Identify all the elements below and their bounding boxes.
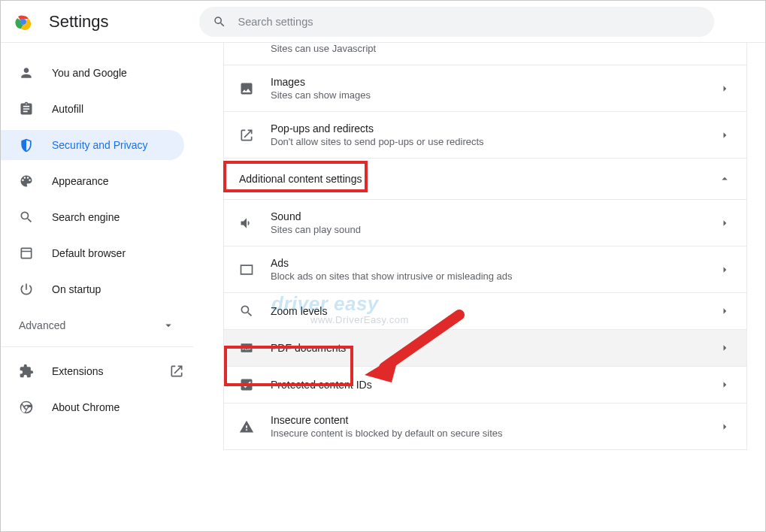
- row-subtitle: Sites can play sound: [271, 224, 718, 235]
- sound-row[interactable]: Sound Sites can play sound: [224, 199, 746, 246]
- row-subtitle: Sites can show images: [271, 89, 718, 101]
- section-title: Additional content settings: [239, 173, 718, 185]
- row-title: Protected content IDs: [271, 379, 718, 391]
- chrome-logo-icon: [14, 13, 32, 31]
- sidebar-item-extensions[interactable]: Extensions: [1, 356, 184, 386]
- sound-icon: [239, 216, 254, 231]
- row-title: Images: [271, 76, 718, 88]
- search-icon: [19, 210, 34, 225]
- shield-icon: [19, 138, 34, 153]
- row-subtitle: Block ads on sites that show intrusive o…: [271, 271, 718, 282]
- additional-content-settings-header[interactable]: Additional content settings: [224, 158, 746, 199]
- pdf-documents-row[interactable]: PDF PDF documents: [224, 329, 746, 366]
- image-icon: [239, 81, 254, 96]
- sidebar-item-label: On startup: [52, 283, 101, 295]
- chevron-right-icon: [718, 378, 731, 391]
- javascript-row-partial: Sites can use Javascript: [224, 43, 746, 65]
- row-title: Pop-ups and redirects: [271, 122, 718, 135]
- chevron-right-icon: [718, 341, 731, 355]
- warning-icon: [239, 419, 254, 434]
- sidebar-item-default-browser[interactable]: Default browser: [1, 238, 184, 268]
- sidebar-item-on-startup[interactable]: On startup: [1, 274, 184, 304]
- svg-text:PDF: PDF: [242, 346, 251, 351]
- sidebar-item-security-privacy[interactable]: Security and Privacy: [1, 130, 184, 160]
- open-external-icon: [239, 128, 254, 143]
- power-icon: [19, 282, 34, 297]
- chevron-right-icon: [718, 82, 731, 95]
- chevron-right-icon: [718, 216, 731, 230]
- sidebar-item-label: You and Google: [52, 67, 127, 79]
- extensions-icon: [19, 364, 34, 379]
- divider: [1, 346, 193, 347]
- sidebar-item-label: Extensions: [52, 365, 103, 377]
- chevron-right-icon: [718, 304, 731, 318]
- chrome-outline-icon: [19, 400, 34, 415]
- chevron-up-icon: [718, 172, 731, 186]
- search-icon: [239, 304, 254, 319]
- sidebar-item-label: Security and Privacy: [52, 139, 148, 151]
- ads-row[interactable]: Ads Block ads on sites that show intrusi…: [224, 246, 746, 292]
- advanced-label: Advanced: [19, 319, 65, 331]
- sidebar-item-search-engine[interactable]: Search engine: [1, 202, 184, 232]
- chevron-down-icon: [162, 319, 175, 332]
- popups-row[interactable]: Pop-ups and redirects Don't allow sites …: [224, 111, 746, 158]
- clipboard-icon: [19, 101, 34, 116]
- search-input[interactable]: [238, 16, 701, 28]
- row-title: PDF documents: [271, 342, 718, 354]
- person-icon: [19, 65, 34, 80]
- sidebar-item-label: Search engine: [52, 211, 120, 223]
- row-subtitle: Don't allow sites to send pop-ups or use…: [271, 136, 718, 147]
- row-title: Insecure content: [271, 414, 718, 426]
- pdf-icon: PDF: [239, 340, 254, 355]
- app-title: Settings: [49, 12, 109, 32]
- sidebar-item-label: Autofill: [52, 103, 83, 115]
- sidebar-item-autofill[interactable]: Autofill: [1, 94, 184, 124]
- row-subtitle: Sites can use Javascript: [271, 43, 376, 54]
- palette-icon: [19, 174, 34, 189]
- chevron-right-icon: [718, 420, 731, 434]
- sidebar: You and Google Autofill Security and Pri…: [1, 43, 193, 531]
- header: Settings: [1, 1, 765, 43]
- sidebar-item-label: About Chrome: [52, 401, 120, 413]
- row-title: Sound: [271, 210, 718, 222]
- row-subtitle: Insecure content is blocked by default o…: [271, 428, 718, 439]
- settings-panel: Sites can use Javascript Images Sites ca…: [223, 43, 747, 450]
- browser-icon: [19, 246, 34, 261]
- ads-icon: [239, 262, 254, 277]
- sidebar-item-label: Appearance: [52, 175, 109, 187]
- images-row[interactable]: Images Sites can show images: [224, 65, 746, 111]
- sidebar-advanced-toggle[interactable]: Advanced: [1, 310, 193, 340]
- content-area: Sites can use Javascript Images Sites ca…: [193, 43, 765, 531]
- zoom-row[interactable]: Zoom levels: [224, 292, 746, 329]
- search-icon: [213, 15, 226, 29]
- check-box-icon: [239, 377, 254, 392]
- insecure-content-row[interactable]: Insecure content Insecure content is blo…: [224, 403, 746, 449]
- open-external-icon: [169, 364, 184, 379]
- row-title: Zoom levels: [271, 305, 718, 317]
- chevron-right-icon: [718, 128, 731, 142]
- sidebar-item-about-chrome[interactable]: About Chrome: [1, 392, 184, 422]
- row-title: Ads: [271, 257, 718, 269]
- sidebar-item-appearance[interactable]: Appearance: [1, 166, 184, 196]
- search-box[interactable]: [199, 7, 714, 37]
- sidebar-item-label: Default browser: [52, 247, 126, 259]
- chevron-right-icon: [718, 263, 731, 277]
- protected-content-row[interactable]: Protected content IDs: [224, 366, 746, 403]
- sidebar-item-you-and-google[interactable]: You and Google: [1, 58, 184, 88]
